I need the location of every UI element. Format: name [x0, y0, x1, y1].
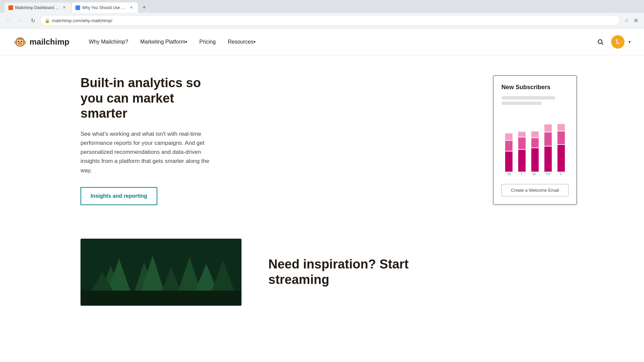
url-text: mailchimp.com/why-mailchimp/ — [52, 18, 112, 23]
tab-favicon-1 — [8, 5, 13, 10]
browser-tabs: Mailchimp Dashboard | Teachi... ✕ Why Yo… — [0, 0, 644, 13]
bar-seg-f-mid — [557, 131, 565, 144]
tab-favicon-2 — [75, 5, 80, 10]
bottom-heading: Need inspiration? Start streaming — [268, 257, 409, 287]
chart-bars — [501, 112, 569, 172]
bar-seg-th-light — [544, 124, 552, 132]
logo-text: mailchimp — [30, 37, 69, 47]
chart-day-labels: M T W TH F — [501, 172, 569, 176]
bar-group-m — [505, 112, 513, 172]
nav-link-marketing-platform[interactable]: Marketing Platform — [134, 28, 193, 55]
day-label-th: TH — [545, 172, 550, 176]
nav-logo[interactable]: 🐵 mailchimp — [13, 36, 69, 48]
main-section: Built-in analytics so you can market sma… — [0, 55, 644, 225]
nav-links: Why Mailchimp? Marketing Platform Pricin… — [83, 28, 594, 55]
user-avatar-initial: L — [616, 38, 620, 45]
bar-seg-w-mid — [531, 138, 539, 147]
day-label-m: M — [507, 172, 511, 176]
bar-seg-w-dark — [531, 148, 539, 172]
bar-seg-t-light — [518, 132, 526, 137]
extensions-icon[interactable]: ⚙ — [632, 16, 640, 24]
svg-point-0 — [598, 40, 602, 44]
main-heading: Built-in analytics so you can market sma… — [80, 75, 221, 121]
nav-link-resources[interactable]: Resources — [222, 28, 261, 55]
bottom-image — [80, 239, 241, 306]
logo-freddie-icon: 🐵 — [13, 36, 27, 48]
skeleton-line-2 — [501, 102, 542, 105]
nav-link-resources-label: Resources — [228, 39, 253, 45]
bar-seg-f-light — [557, 124, 565, 131]
svg-line-1 — [602, 43, 603, 45]
browser-tab-1[interactable]: Mailchimp Dashboard | Teachi... ✕ — [4, 2, 71, 13]
nav-actions: L ▾ — [594, 35, 631, 49]
day-label-t: T — [520, 172, 523, 176]
tab-close-2[interactable]: ✕ — [128, 5, 134, 10]
browser-action-icons: ☆ ⚙ — [623, 16, 640, 24]
tab-close-1[interactable]: ✕ — [61, 5, 67, 10]
bottom-heading-line2: streaming — [268, 273, 329, 287]
bar-seg-th-mid — [544, 132, 552, 146]
bottom-section: Need inspiration? Start streaming — [0, 225, 644, 319]
search-icon — [597, 39, 604, 45]
bar-seg-m-mid — [505, 141, 513, 151]
bar-seg-t-dark — [518, 150, 526, 172]
browser-tab-2[interactable]: Why You Should Use Mailchim... ✕ — [71, 2, 138, 13]
bar-group-t — [518, 112, 526, 172]
bottom-heading-line1: Need inspiration? Start — [268, 257, 409, 271]
nav-link-marketing-platform-label: Marketing Platform — [140, 39, 185, 45]
insights-reporting-button[interactable]: Insights and reporting — [80, 187, 157, 205]
svg-rect-12 — [80, 291, 241, 306]
navbar: 🐵 mailchimp Why Mailchimp? Marketing Pla… — [0, 28, 644, 55]
chart-area: M T W TH F — [501, 112, 569, 176]
address-bar[interactable]: 🔒 mailchimp.com/why-mailchimp/ — [40, 15, 620, 26]
page-content: 🐵 mailchimp Why Mailchimp? Marketing Pla… — [0, 28, 644, 319]
main-description: See what's working and what isn't with r… — [80, 129, 221, 175]
tab-title-2: Why You Should Use Mailchim... — [82, 5, 126, 10]
bar-group-w — [531, 112, 539, 172]
skeleton-line-1 — [501, 96, 555, 100]
address-bar-row: ← → ↻ 🔒 mailchimp.com/why-mailchimp/ ☆ ⚙ — [0, 13, 644, 28]
user-avatar[interactable]: L — [611, 35, 625, 49]
chart-card: New Subscribers — [493, 75, 577, 205]
back-button[interactable]: ← — [4, 16, 13, 25]
bar-seg-th-dark — [544, 146, 552, 172]
skeleton-lines — [501, 96, 569, 105]
nav-link-why-mailchimp-label: Why Mailchimp? — [89, 39, 128, 45]
day-label-w: W — [532, 172, 536, 176]
browser-chrome: Mailchimp Dashboard | Teachi... ✕ Why Yo… — [0, 0, 644, 28]
bookmark-star-icon[interactable]: ☆ — [623, 16, 631, 24]
bar-seg-f-dark — [557, 145, 565, 172]
lock-icon: 🔒 — [45, 18, 50, 23]
forward-button[interactable]: → — [16, 16, 25, 25]
tab-title-1: Mailchimp Dashboard | Teachi... — [15, 5, 59, 10]
search-button[interactable] — [594, 35, 607, 49]
forest-illustration — [80, 239, 241, 306]
bar-seg-m-dark — [505, 152, 513, 172]
bar-seg-m-light — [505, 133, 513, 140]
nav-link-pricing[interactable]: Pricing — [193, 28, 222, 55]
reload-button[interactable]: ↻ — [28, 16, 38, 25]
bar-seg-w-light — [531, 131, 539, 137]
nav-link-pricing-label: Pricing — [199, 39, 216, 45]
nav-link-why-mailchimp[interactable]: Why Mailchimp? — [83, 28, 134, 55]
bar-seg-t-mid — [518, 137, 526, 149]
bar-group-th — [544, 112, 552, 172]
bar-group-f — [557, 112, 565, 172]
main-content-left: Built-in analytics so you can market sma… — [80, 75, 221, 205]
avatar-dropdown-icon[interactable]: ▾ — [629, 40, 631, 44]
day-label-f: F — [560, 172, 562, 176]
new-tab-button[interactable]: + — [140, 3, 149, 12]
create-welcome-email-button[interactable]: Create a Welcome Email — [501, 184, 569, 196]
chart-title: New Subscribers — [501, 84, 569, 91]
